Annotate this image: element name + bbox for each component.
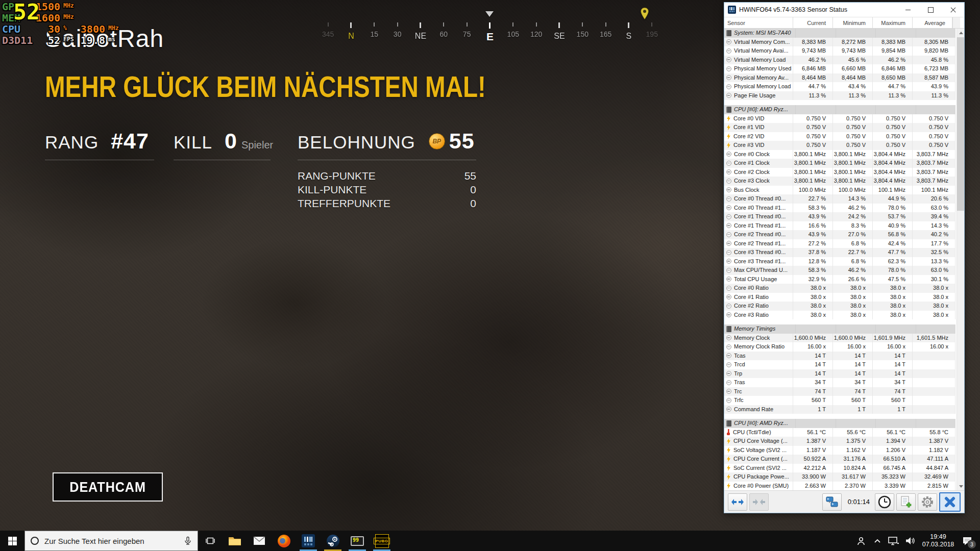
compass-mark: 195 (641, 22, 664, 43)
sensor-row[interactable]: Core #0 Thread #0... 22.7 % 14.3 % 44.9 … (724, 194, 955, 204)
sensor-label: Core #0 Thread #1... (734, 204, 786, 213)
sensor-maximum: 14 T (873, 360, 913, 369)
sensor-row[interactable]: Trc 74 T 74 T 74 T (724, 387, 955, 396)
sensor-row[interactable]: Core #3 Ratio 38.0 x 38.0 x 38.0 x 38.0 … (724, 311, 955, 320)
maximize-button[interactable] (919, 3, 942, 17)
remote-monitoring-button[interactable] (822, 493, 842, 511)
taskbar-clock[interactable]: 19:49 07.03.2018 (918, 533, 958, 548)
sensor-row[interactable]: Core #0 Ratio 38.0 x 38.0 x 38.0 x 38.0 … (724, 284, 955, 293)
column-header-current[interactable]: Current (793, 17, 833, 28)
firefox-button[interactable] (272, 531, 296, 551)
sensor-row[interactable]: Core #1 Clock 3,800.1 MHz 3,800.1 MHz 3,… (724, 159, 955, 168)
tray-overflow-button[interactable] (869, 531, 886, 551)
scrollbar-thumb[interactable] (957, 37, 964, 211)
sensor-maximum: 560 T (873, 396, 913, 405)
sensor-row[interactable]: CPU Core Voltage (... 1.387 V 1.375 V 1.… (724, 437, 955, 446)
sensor-row[interactable]: Trcd 14 T 14 T 14 T (724, 360, 955, 369)
column-header-sensor[interactable]: Sensor (724, 17, 793, 28)
sensor-row[interactable]: Core #2 VID 0.750 V 0.750 V 0.750 V 0.75… (724, 132, 955, 141)
sensor-row[interactable]: Core #1 Thread #0... 43.9 % 24.2 % 53.7 … (724, 212, 955, 221)
sensor-maximum: 78.0 % (873, 266, 913, 275)
sensor-row[interactable]: Core #0 VID 0.750 V 0.750 V 0.750 V 0.75… (724, 114, 955, 123)
sensor-label: Trc (734, 387, 742, 396)
action-center-button[interactable]: 3 (958, 531, 976, 551)
pubg-button[interactable]: PUBG (370, 531, 394, 551)
sensor-average: 0.750 V (913, 132, 955, 141)
sensor-row[interactable]: Core #0 Thread #1... 58.3 % 46.2 % 78.0 … (724, 204, 955, 213)
expand-columns-button[interactable] (728, 493, 747, 511)
column-header-average[interactable]: Average (913, 17, 952, 28)
sensor-row[interactable]: Max CPU/Thread U... 58.3 % 46.2 % 78.0 %… (724, 266, 955, 275)
sensor-row[interactable]: Core #1 VID 0.750 V 0.750 V 0.750 V 0.75… (724, 123, 955, 132)
steam-button[interactable] (321, 531, 345, 551)
clock-button[interactable] (875, 493, 894, 511)
sensor-row[interactable]: Core #3 VID 0.750 V 0.750 V 0.750 V 0.75… (724, 141, 955, 150)
sensor-row[interactable]: Core #3 Thread #1... 12.8 % 6.8 % 62.3 %… (724, 257, 955, 266)
network-button[interactable] (886, 531, 902, 551)
sensor-row[interactable]: Core #0 Power (SMU) 2.663 W 2.370 W 3.33… (724, 482, 955, 491)
start-button[interactable] (0, 531, 24, 551)
logging-button[interactable] (896, 493, 916, 511)
sensor-row[interactable]: Virtual Memory Com... 8,383 MB 8,272 MB … (724, 38, 955, 47)
sensor-row[interactable]: Physical Memory Av... 8,464 MB 8,464 MB … (724, 73, 955, 83)
close-button[interactable] (942, 3, 964, 17)
task-view-button[interactable] (198, 531, 223, 551)
sensor-row[interactable]: Core #2 Ratio 38.0 x 38.0 x 38.0 x 38.0 … (724, 302, 955, 311)
sensor-section-header: CPU [#0]: AMD Ryz... (724, 105, 955, 114)
taskbar-search-input[interactable]: Zur Suche Text hier eingeben (24, 531, 198, 551)
sensor-average: 47.111 A (913, 455, 955, 464)
sensor-row[interactable]: Trp 14 T 14 T 14 T (724, 369, 955, 379)
sensor-row[interactable]: Virtual Memory Avai... 9,743 MB 9,743 MB… (724, 46, 955, 56)
file-explorer-button[interactable] (223, 531, 247, 551)
minimize-button[interactable] (897, 3, 919, 17)
sensor-row[interactable]: Core #1 Ratio 38.0 x 38.0 x 38.0 x 38.0 … (724, 293, 955, 302)
hwinfo-titlebar[interactable]: HWiNFO64 v5.74-3363 Sensor Status (724, 3, 964, 17)
sensor-row[interactable]: SoC Voltage (SVI2 ... 1.187 V 1.162 V 1.… (724, 446, 955, 455)
scroll-up-icon[interactable] (957, 29, 964, 37)
sensor-average (913, 396, 955, 405)
sensor-row[interactable]: Core #1 Thread #1... 16.6 % 8.3 % 40.9 %… (724, 221, 955, 231)
sensor-row[interactable]: Core #2 Thread #0... 43.9 % 27.0 % 56.8 … (724, 230, 955, 239)
volume-button[interactable] (902, 531, 918, 551)
sensor-row[interactable]: Core #2 Clock 3,800.1 MHz 3,800.1 MHz 3,… (724, 168, 955, 177)
sensor-row[interactable]: Bus Clock 100.0 MHz 100.0 MHz 100.1 MHz … (724, 186, 955, 195)
people-button[interactable] (853, 531, 869, 551)
sensor-row[interactable]: Memory Clock 1,600.0 MHz 1,600.0 MHz 1,6… (724, 334, 955, 343)
sensor-row[interactable]: CPU Package Powe... 33.900 W 31.617 W 35… (724, 472, 955, 482)
sensor-row[interactable]: Trfc 560 T 560 T 560 T (724, 396, 955, 405)
section-title: Memory Timings (734, 324, 775, 334)
sensor-row[interactable]: Core #0 Clock 3,800.1 MHz 3,800.1 MHz 3,… (724, 150, 955, 159)
collapse-columns-button[interactable] (749, 493, 769, 511)
sensor-row[interactable]: SoC Current (SVI2 ... 42.212 A 10.824 A … (724, 464, 955, 473)
sensor-row[interactable]: Physical Memory Load 44.7 % 43.4 % 44.7 … (724, 82, 955, 91)
sensor-row[interactable]: Tras 34 T 34 T 34 T (724, 378, 955, 387)
sensor-row[interactable]: CPU Core Current (... 50.922 A 31.176 A … (724, 455, 955, 464)
osd-fps-value: 52 (32, 35, 60, 46)
sensor-row[interactable]: Command Rate 1 T 1 T 1 T (724, 405, 955, 414)
sensor-row[interactable]: Physical Memory Used 6,846 MB 6,660 MB 6… (724, 64, 955, 73)
sensor-row[interactable]: Tcas 14 T 14 T 14 T (724, 352, 955, 361)
sensor-row[interactable]: CPU (Tctl/Tdie) 56.1 °C 55.6 °C 56.1 °C … (724, 428, 955, 437)
sensor-row[interactable]: Core #3 Clock 3,800.1 MHz 3,800.1 MHz 3,… (724, 177, 955, 186)
mail-button[interactable] (247, 531, 272, 551)
settings-button[interactable] (918, 493, 937, 511)
hwinfo-taskbar-button[interactable] (296, 531, 321, 551)
close-sensors-button[interactable] (939, 492, 961, 512)
scrollbar[interactable] (957, 29, 964, 490)
sensor-row[interactable]: Virtual Memory Load 46.2 % 45.6 % 46.2 %… (724, 56, 955, 65)
sensor-row[interactable]: Total CPU Usage 32.9 % 26.6 % 47.5 % 30.… (724, 275, 955, 284)
sensor-row[interactable]: Page File Usage 11.3 % 11.3 % 11.3 % 11.… (724, 91, 955, 101)
sensor-row[interactable]: Core #2 Thread #1... 27.2 % 6.8 % 42.4 %… (724, 239, 955, 248)
sensor-minimum: 0.750 V (833, 132, 873, 141)
gauge-icon (726, 169, 731, 174)
sensor-maximum: 8,650 MB (873, 73, 913, 83)
sensor-row[interactable]: Core #3 Thread #0... 37.8 % 22.7 % 47.7 … (724, 248, 955, 257)
microphone-icon[interactable] (183, 536, 192, 545)
sensor-row[interactable]: Memory Clock Ratio 16.00 x 16.00 x 16.00… (724, 342, 955, 352)
column-header-maximum[interactable]: Maximum (873, 17, 913, 28)
scroll-down-icon[interactable] (957, 482, 964, 490)
deathcam-button[interactable]: DEATHCAM (53, 472, 163, 502)
compass-mark: 165 (594, 22, 617, 43)
column-header-minimum[interactable]: Minimum (833, 17, 873, 28)
afterburner-button[interactable]: 99 (345, 531, 370, 551)
